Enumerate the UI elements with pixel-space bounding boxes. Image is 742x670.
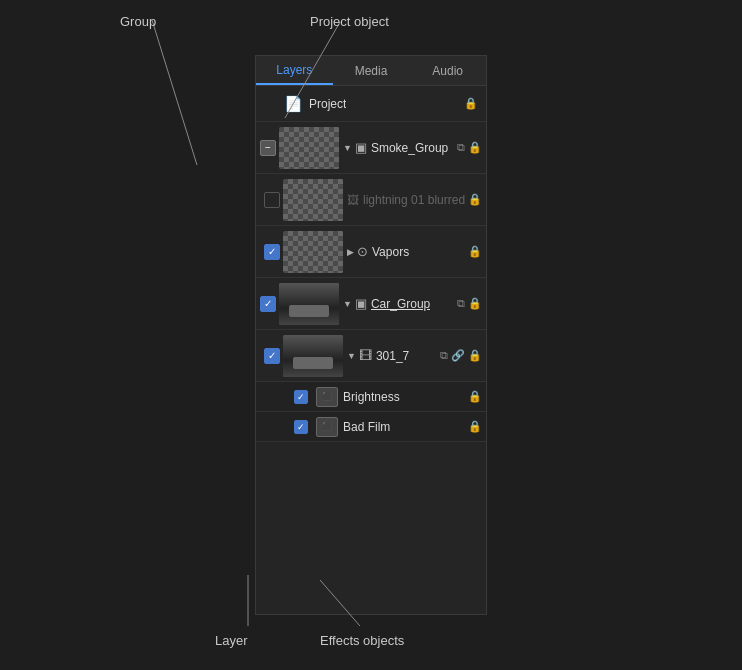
tab-audio[interactable]: Audio (409, 56, 486, 85)
bad-film-name: Bad Film (343, 420, 390, 434)
project-lock-icon: 🔒 (464, 97, 478, 110)
smoke-group-checkbox[interactable]: − (260, 140, 276, 156)
car-group-group-icon: ⧉ (457, 297, 465, 310)
bad-film-effect-thumb: ⬛ (316, 417, 338, 437)
smoke-group-row[interactable]: − ▼ ▣ Smoke_Group ⧉ 🔒 (256, 122, 486, 174)
smoke-group-expand[interactable]: ▼ (343, 143, 352, 153)
vapors-name: Vapors (372, 245, 409, 259)
301-7-thumb (283, 335, 343, 377)
301-7-expand[interactable]: ▼ (347, 351, 356, 361)
bad-film-row[interactable]: ✓ ⬛ Bad Film 🔒 (256, 412, 486, 442)
301-7-lock-icon: 🔒 (468, 349, 482, 362)
bad-film-checkbox[interactable]: ✓ (294, 420, 308, 434)
car-group-name: Car_Group (371, 297, 430, 311)
301-7-film-icon: 🎞 (359, 348, 372, 363)
car-group-row[interactable]: ✓ ▼ ▣ Car_Group ⧉ 🔒 (256, 278, 486, 330)
car-group-lock-icon: 🔒 (468, 297, 482, 310)
car-group-thumb (279, 283, 339, 325)
lightning-thumb (283, 179, 343, 221)
project-object-annotation-label: Project object (310, 14, 389, 29)
bad-film-lock-icon: 🔒 (468, 420, 482, 433)
lightning-image-icon: 🖼 (347, 193, 359, 207)
brightness-checkbox[interactable]: ✓ (294, 390, 308, 404)
vapors-expand[interactable]: ▶ (347, 247, 354, 257)
lightning-lock-icon: 🔒 (468, 193, 482, 206)
car-group-layer-icon: ▣ (355, 296, 367, 311)
brightness-row[interactable]: ✓ ⬛ Brightness 🔒 (256, 382, 486, 412)
301-7-name: 301_7 (376, 349, 409, 363)
project-name: Project (309, 97, 346, 111)
brightness-lock-icon: 🔒 (468, 390, 482, 403)
vapors-thumb (283, 231, 343, 273)
301-7-checkbox[interactable]: ✓ (264, 348, 280, 364)
project-row[interactable]: 📄 Project 🔒 (256, 86, 486, 122)
effects-annotation-label: Effects objects (320, 633, 404, 648)
lightning-name: lightning 01 blurred (363, 193, 465, 207)
project-file-icon: 📄 (284, 95, 303, 113)
lightning-checkbox[interactable] (264, 192, 280, 208)
layer-annotation-label: Layer (215, 633, 248, 648)
group-annotation-label: Group (120, 14, 156, 29)
layers-list: 📄 Project 🔒 − ▼ ▣ Smoke_Group ⧉ (256, 86, 486, 614)
tab-bar: Layers Media Audio (256, 56, 486, 86)
301-7-row[interactable]: ✓ ▼ 🎞 301_7 ⧉ 🔗 🔒 (256, 330, 486, 382)
car-group-checkbox[interactable]: ✓ (260, 296, 276, 312)
tab-media[interactable]: Media (333, 56, 410, 85)
vapors-replicator-icon: ⊙ (357, 244, 368, 259)
car-group-expand[interactable]: ▼ (343, 299, 352, 309)
brightness-effect-thumb: ⬛ (316, 387, 338, 407)
vapors-row[interactable]: ✓ ▶ ⊙ Vapors 🔒 (256, 226, 486, 278)
lightning-row[interactable]: 🖼 lightning 01 blurred 🔒 (256, 174, 486, 226)
brightness-name: Brightness (343, 390, 400, 404)
smoke-group-thumb (279, 127, 339, 169)
smoke-group-name: Smoke_Group (371, 141, 448, 155)
svg-line-0 (152, 20, 197, 165)
smoke-group-layer-icon: ▣ (355, 140, 367, 155)
vapors-checkbox[interactable]: ✓ (264, 244, 280, 260)
301-7-link-icon: 🔗 (451, 349, 465, 362)
tab-layers[interactable]: Layers (256, 56, 333, 85)
vapors-lock-icon: 🔒 (468, 245, 482, 258)
smoke-group-group-icon: ⧉ (457, 141, 465, 154)
smoke-group-lock-icon: 🔒 (468, 141, 482, 154)
301-7-retime-icon: ⧉ (440, 349, 448, 362)
